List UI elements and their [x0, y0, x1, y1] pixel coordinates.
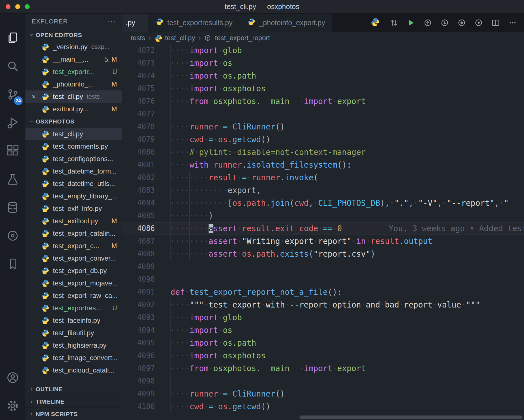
timeline-section-header[interactable]: › TIMELINE	[25, 395, 122, 408]
tab-test-cli[interactable]: .py	[122, 14, 148, 32]
breadcrumb-file[interactable]: test_cli.py	[165, 34, 195, 42]
tree-item[interactable]: test_export_mojave...	[25, 277, 122, 289]
open-editor-item[interactable]: test_exportr...U	[25, 66, 122, 78]
tree-item[interactable]: test_faceinfo.py	[25, 314, 122, 327]
tree-item[interactable]: test_exif_info.py	[25, 202, 122, 215]
tab-label: test_exportresults.py	[167, 19, 233, 27]
line-number[interactable]: 4098	[122, 375, 155, 387]
bookmarks-icon[interactable]	[0, 250, 25, 278]
line-number[interactable]: 4075	[122, 82, 155, 95]
line-number[interactable]: 4099	[122, 387, 155, 400]
line-number[interactable]: 4094	[122, 324, 155, 337]
extensions-icon[interactable]	[0, 137, 25, 165]
line-number[interactable]: 4088	[122, 248, 155, 260]
line-number[interactable]: 4073	[122, 57, 155, 70]
source-control-icon[interactable]: 24	[0, 80, 25, 109]
more-actions-icon[interactable]	[505, 16, 519, 30]
tree-item[interactable]: test_image_convert...	[25, 352, 122, 364]
interactive-window-icon[interactable]	[471, 16, 486, 30]
close-window-button[interactable]	[6, 4, 10, 9]
title-bar: test_cli.py — osxphotos	[0, 0, 524, 14]
code-line-text: ····import·os.path	[155, 70, 524, 82]
open-editor-item[interactable]: exiftool.py...M	[25, 103, 122, 115]
line-number[interactable]: 4097	[122, 362, 155, 375]
line-number[interactable]: 4087	[122, 235, 155, 248]
tree-item[interactable]: test_configoptions...	[25, 153, 122, 165]
tree-item[interactable]: test_datetime_utils...	[25, 177, 122, 190]
run-to-line-icon[interactable]	[454, 16, 469, 30]
tree-item[interactable]: test_fileutil.py	[25, 327, 122, 339]
python-file-icon	[41, 167, 49, 176]
tab-test-exportresults[interactable]: test_exportresults.py	[148, 14, 240, 32]
line-number[interactable]: 4092	[122, 298, 155, 311]
outline-section-header[interactable]: › OUTLINE	[25, 383, 122, 395]
line-number[interactable]: 4081	[122, 159, 155, 171]
close-editor-icon[interactable]: ×	[32, 93, 41, 101]
testing-beaker-icon[interactable]	[0, 165, 25, 193]
line-number[interactable]: 4079	[122, 133, 155, 146]
line-number[interactable]: 4078	[122, 120, 155, 133]
compare-changes-icon[interactable]	[387, 16, 401, 30]
zoom-window-button[interactable]	[25, 4, 30, 9]
line-number[interactable]: 4093	[122, 311, 155, 324]
line-number[interactable]: 4100	[122, 400, 155, 413]
explorer-icon[interactable]	[0, 24, 25, 52]
open-editors-header[interactable]: › OPEN EDITORS	[25, 29, 122, 41]
python-icon[interactable]	[370, 16, 384, 30]
tree-item[interactable]: test_exiftool.pyM	[25, 215, 122, 227]
run-python-file-icon[interactable]	[404, 16, 418, 30]
split-editor-icon[interactable]	[488, 16, 503, 30]
tree-item[interactable]: test_export_db.py	[25, 265, 122, 277]
open-editor-item[interactable]: × test_cli.pytests	[25, 90, 122, 103]
code-line-text: ····#·pylint:·disable=not-context-manage…	[155, 146, 524, 159]
explorer-more-actions-icon[interactable]: ⋯	[108, 17, 116, 26]
line-number[interactable]: 4076	[122, 95, 155, 108]
tree-item[interactable]: test_comments.py	[25, 140, 122, 153]
tree-item[interactable]: test_exportres...U	[25, 302, 122, 314]
line-number[interactable]: 4089	[122, 260, 155, 273]
code-editor[interactable]: 4072····import·glob4073····import·os4074…	[122, 44, 524, 420]
tree-item[interactable]: test_cli.py	[25, 128, 122, 140]
disc-icon[interactable]	[0, 222, 25, 250]
open-editor-item[interactable]: __main__...5, M	[25, 53, 122, 66]
line-number[interactable]: 4085	[122, 209, 155, 222]
tree-item[interactable]: test_export_conver...	[25, 252, 122, 265]
run-and-debug-icon[interactable]	[0, 109, 25, 137]
npm-scripts-section-header[interactable]: › NPM SCRIPTS	[25, 408, 122, 420]
run-above-icon[interactable]	[421, 16, 435, 30]
line-number[interactable]: 4082	[122, 171, 155, 184]
search-icon[interactable]	[0, 52, 25, 80]
database-icon[interactable]	[0, 193, 25, 222]
file-name: test_export_db.py	[53, 267, 107, 275]
tree-item[interactable]: test_export_catalin...	[25, 227, 122, 240]
line-number[interactable]: 4074	[122, 70, 155, 82]
tree-item[interactable]: test_export_c...M	[25, 240, 122, 252]
run-below-icon[interactable]	[438, 16, 452, 30]
horizontal-scrollbar[interactable]	[300, 415, 522, 419]
line-number[interactable]: 4072	[122, 44, 155, 57]
line-number[interactable]: 4090	[122, 273, 155, 286]
line-number[interactable]: 4080	[122, 146, 155, 159]
tree-item[interactable]: test_incloud_catali...	[25, 364, 122, 376]
breadcrumb-folder[interactable]: tests	[131, 34, 145, 42]
line-number[interactable]: 4084	[122, 197, 155, 209]
open-editor-item[interactable]: _version.pyosxp...	[25, 41, 122, 53]
code-line: 4076····from·osxphotos.__main__·import·e…	[122, 95, 524, 108]
line-number[interactable]: 4077	[122, 108, 155, 120]
account-icon[interactable]	[0, 363, 25, 392]
tree-item[interactable]: test_datetime_form...	[25, 165, 122, 177]
tree-item[interactable]: test_highsierra.py	[25, 339, 122, 352]
line-number[interactable]: 4083	[122, 184, 155, 197]
open-editor-item[interactable]: _photoinfo_...M	[25, 78, 122, 90]
line-number[interactable]: 4095	[122, 337, 155, 349]
tree-item[interactable]: test_empty_library_...	[25, 190, 122, 202]
settings-gear-icon[interactable]	[0, 392, 25, 420]
line-number[interactable]: 4096	[122, 349, 155, 362]
breadcrumb-symbol[interactable]: test_export_report	[215, 34, 270, 42]
tab-photoinfo-export[interactable]: _photoinfo_export.py	[240, 14, 333, 32]
line-number[interactable]: 4086	[122, 222, 155, 235]
minimize-window-button[interactable]	[15, 4, 20, 9]
tree-item[interactable]: test_export_raw_ca...	[25, 289, 122, 302]
line-number[interactable]: 4091	[122, 286, 155, 298]
workspace-section-header[interactable]: › OSXPHOTOS	[25, 115, 122, 128]
